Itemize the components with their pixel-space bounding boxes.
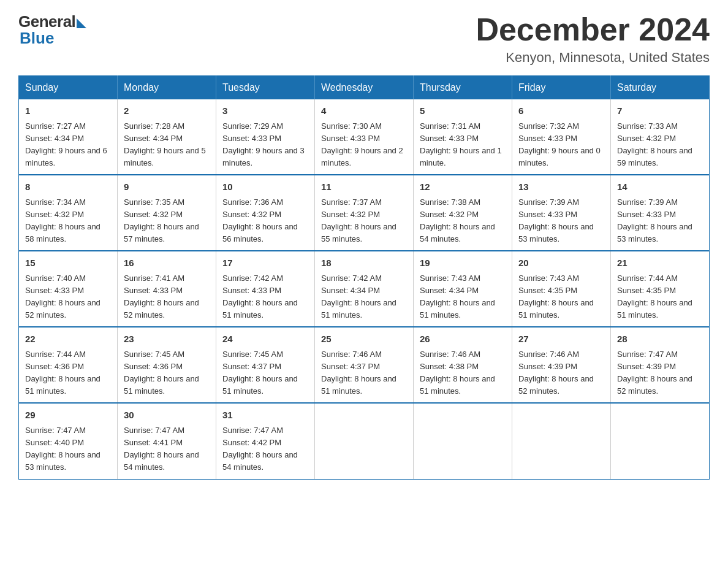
- calendar-cell: 31 Sunrise: 7:47 AMSunset: 4:42 PMDaylig…: [216, 403, 315, 479]
- calendar-week-row: 1 Sunrise: 7:27 AMSunset: 4:34 PMDayligh…: [19, 99, 710, 175]
- day-number: 26: [420, 332, 506, 347]
- day-info: Sunrise: 7:46 AMSunset: 4:39 PMDaylight:…: [518, 350, 594, 396]
- col-saturday: Saturday: [611, 76, 710, 100]
- day-number: 3: [222, 104, 308, 118]
- calendar-cell: 9 Sunrise: 7:35 AMSunset: 4:32 PMDayligh…: [118, 175, 216, 251]
- calendar-table: Sunday Monday Tuesday Wednesday Thursday…: [18, 75, 710, 479]
- location-subtitle: Kenyon, Minnesota, United States: [476, 50, 710, 66]
- day-info: Sunrise: 7:47 AMSunset: 4:39 PMDaylight:…: [617, 350, 692, 396]
- calendar-cell: 13 Sunrise: 7:39 AMSunset: 4:33 PMDaylig…: [512, 175, 611, 251]
- calendar-cell: 22 Sunrise: 7:44 AMSunset: 4:36 PMDaylig…: [19, 327, 118, 403]
- col-wednesday: Wednesday: [315, 76, 414, 100]
- day-number: 18: [321, 256, 407, 270]
- day-info: Sunrise: 7:36 AMSunset: 4:32 PMDaylight:…: [222, 197, 298, 243]
- day-number: 24: [222, 332, 308, 347]
- calendar-cell: 7 Sunrise: 7:33 AMSunset: 4:32 PMDayligh…: [611, 99, 710, 175]
- month-year-title: December 2024: [476, 12, 710, 47]
- title-area: December 2024 Kenyon, Minnesota, United …: [476, 12, 710, 66]
- day-number: 22: [25, 332, 111, 347]
- day-number: 25: [321, 332, 407, 347]
- calendar-cell: 20 Sunrise: 7:43 AMSunset: 4:35 PMDaylig…: [512, 251, 611, 327]
- calendar-cell: 23 Sunrise: 7:45 AMSunset: 4:36 PMDaylig…: [118, 327, 216, 403]
- day-info: Sunrise: 7:31 AMSunset: 4:33 PMDaylight:…: [420, 121, 502, 167]
- day-number: 14: [617, 180, 703, 194]
- day-info: Sunrise: 7:37 AMSunset: 4:32 PMDaylight:…: [321, 197, 396, 243]
- day-number: 10: [222, 180, 308, 194]
- calendar-cell: 12 Sunrise: 7:38 AMSunset: 4:32 PMDaylig…: [414, 175, 512, 251]
- calendar-week-row: 29 Sunrise: 7:47 AMSunset: 4:40 PMDaylig…: [19, 403, 710, 479]
- calendar-cell: 8 Sunrise: 7:34 AMSunset: 4:32 PMDayligh…: [19, 175, 118, 251]
- day-number: 4: [321, 104, 407, 118]
- day-info: Sunrise: 7:47 AMSunset: 4:40 PMDaylight:…: [25, 426, 100, 472]
- calendar-cell: 10 Sunrise: 7:36 AMSunset: 4:32 PMDaylig…: [216, 175, 315, 251]
- day-info: Sunrise: 7:40 AMSunset: 4:33 PMDaylight:…: [25, 274, 100, 320]
- calendar-cell: 11 Sunrise: 7:37 AMSunset: 4:32 PMDaylig…: [315, 175, 414, 251]
- day-info: Sunrise: 7:47 AMSunset: 4:41 PMDaylight:…: [124, 426, 199, 472]
- day-number: 17: [222, 256, 308, 270]
- day-number: 16: [124, 256, 210, 270]
- calendar-week-row: 8 Sunrise: 7:34 AMSunset: 4:32 PMDayligh…: [19, 175, 710, 251]
- calendar-cell: 3 Sunrise: 7:29 AMSunset: 4:33 PMDayligh…: [216, 99, 315, 175]
- day-number: 2: [124, 104, 210, 118]
- logo-arrow-icon: [77, 18, 86, 28]
- calendar-cell: 28 Sunrise: 7:47 AMSunset: 4:39 PMDaylig…: [611, 327, 710, 403]
- calendar-header-row: Sunday Monday Tuesday Wednesday Thursday…: [19, 76, 710, 100]
- calendar-cell: 21 Sunrise: 7:44 AMSunset: 4:35 PMDaylig…: [611, 251, 710, 327]
- calendar-cell: [611, 403, 710, 479]
- calendar-week-row: 22 Sunrise: 7:44 AMSunset: 4:36 PMDaylig…: [19, 327, 710, 403]
- calendar-cell: 24 Sunrise: 7:45 AMSunset: 4:37 PMDaylig…: [216, 327, 315, 403]
- day-number: 29: [25, 408, 111, 423]
- day-info: Sunrise: 7:33 AMSunset: 4:32 PMDaylight:…: [617, 121, 692, 167]
- day-info: Sunrise: 7:30 AMSunset: 4:33 PMDaylight:…: [321, 121, 403, 167]
- day-number: 27: [518, 332, 604, 347]
- calendar-cell: [414, 403, 512, 479]
- calendar-cell: 27 Sunrise: 7:46 AMSunset: 4:39 PMDaylig…: [512, 327, 611, 403]
- logo-blue-text: Blue: [18, 29, 54, 48]
- day-info: Sunrise: 7:38 AMSunset: 4:32 PMDaylight:…: [420, 197, 495, 243]
- calendar-cell: 4 Sunrise: 7:30 AMSunset: 4:33 PMDayligh…: [315, 99, 414, 175]
- calendar-cell: 25 Sunrise: 7:46 AMSunset: 4:37 PMDaylig…: [315, 327, 414, 403]
- calendar-week-row: 15 Sunrise: 7:40 AMSunset: 4:33 PMDaylig…: [19, 251, 710, 327]
- day-info: Sunrise: 7:43 AMSunset: 4:34 PMDaylight:…: [420, 274, 495, 320]
- day-number: 20: [518, 256, 604, 270]
- day-number: 30: [124, 408, 210, 423]
- calendar-cell: 1 Sunrise: 7:27 AMSunset: 4:34 PMDayligh…: [19, 99, 118, 175]
- day-number: 7: [617, 104, 703, 118]
- day-info: Sunrise: 7:27 AMSunset: 4:34 PMDaylight:…: [25, 121, 107, 167]
- day-info: Sunrise: 7:39 AMSunset: 4:33 PMDaylight:…: [518, 197, 594, 243]
- calendar-cell: 30 Sunrise: 7:47 AMSunset: 4:41 PMDaylig…: [118, 403, 216, 479]
- col-tuesday: Tuesday: [216, 76, 315, 100]
- day-number: 15: [25, 256, 111, 270]
- calendar-cell: 5 Sunrise: 7:31 AMSunset: 4:33 PMDayligh…: [414, 99, 512, 175]
- calendar-cell: 29 Sunrise: 7:47 AMSunset: 4:40 PMDaylig…: [19, 403, 118, 479]
- calendar-cell: 15 Sunrise: 7:40 AMSunset: 4:33 PMDaylig…: [19, 251, 118, 327]
- day-info: Sunrise: 7:47 AMSunset: 4:42 PMDaylight:…: [222, 426, 298, 472]
- calendar-cell: [315, 403, 414, 479]
- day-number: 31: [222, 408, 308, 423]
- calendar-cell: 26 Sunrise: 7:46 AMSunset: 4:38 PMDaylig…: [414, 327, 512, 403]
- day-info: Sunrise: 7:32 AMSunset: 4:33 PMDaylight:…: [518, 121, 601, 167]
- day-number: 5: [420, 104, 506, 118]
- logo: General Blue: [18, 12, 86, 48]
- col-friday: Friday: [512, 76, 611, 100]
- day-number: 21: [617, 256, 703, 270]
- day-info: Sunrise: 7:34 AMSunset: 4:32 PMDaylight:…: [25, 197, 100, 243]
- calendar-cell: 16 Sunrise: 7:41 AMSunset: 4:33 PMDaylig…: [118, 251, 216, 327]
- day-number: 19: [420, 256, 506, 270]
- day-info: Sunrise: 7:46 AMSunset: 4:37 PMDaylight:…: [321, 350, 396, 396]
- day-number: 11: [321, 180, 407, 194]
- col-monday: Monday: [118, 76, 216, 100]
- calendar-cell: 19 Sunrise: 7:43 AMSunset: 4:34 PMDaylig…: [414, 251, 512, 327]
- day-number: 13: [518, 180, 604, 194]
- calendar-cell: 2 Sunrise: 7:28 AMSunset: 4:34 PMDayligh…: [118, 99, 216, 175]
- day-number: 12: [420, 180, 506, 194]
- calendar-cell: 6 Sunrise: 7:32 AMSunset: 4:33 PMDayligh…: [512, 99, 611, 175]
- calendar-cell: 18 Sunrise: 7:42 AMSunset: 4:34 PMDaylig…: [315, 251, 414, 327]
- calendar-cell: 14 Sunrise: 7:39 AMSunset: 4:33 PMDaylig…: [611, 175, 710, 251]
- day-info: Sunrise: 7:44 AMSunset: 4:36 PMDaylight:…: [25, 350, 100, 396]
- day-info: Sunrise: 7:28 AMSunset: 4:34 PMDaylight:…: [124, 121, 206, 167]
- day-info: Sunrise: 7:43 AMSunset: 4:35 PMDaylight:…: [518, 274, 594, 320]
- calendar-cell: [512, 403, 611, 479]
- day-number: 9: [124, 180, 210, 194]
- day-info: Sunrise: 7:35 AMSunset: 4:32 PMDaylight:…: [124, 197, 199, 243]
